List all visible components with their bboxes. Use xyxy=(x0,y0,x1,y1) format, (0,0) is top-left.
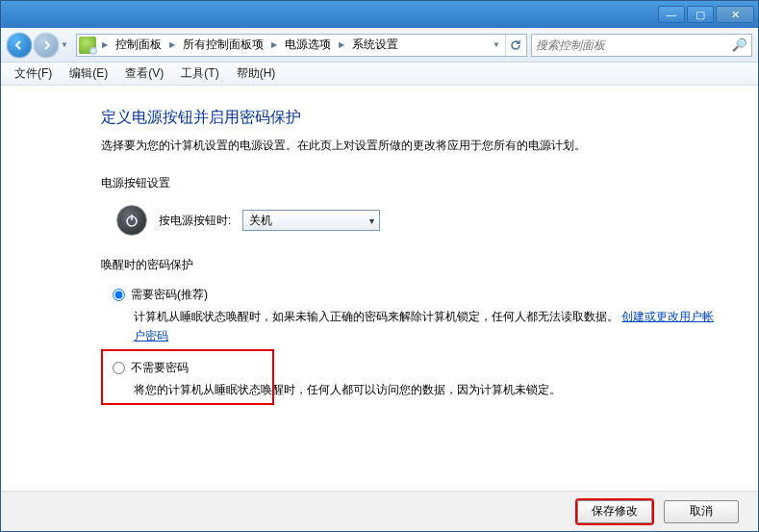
refresh-button[interactable] xyxy=(505,35,524,56)
chevron-right-icon: ▶ xyxy=(167,40,177,49)
no-password-radio[interactable] xyxy=(113,362,125,374)
chevron-right-icon: ▶ xyxy=(337,40,346,49)
require-password-label: 需要密码(推荐) xyxy=(131,287,208,303)
page-description: 选择要为您的计算机设置的电源设置。在此页上对设置所做的更改将应用于您所有的电源计… xyxy=(101,138,720,154)
menu-help[interactable]: 帮助(H) xyxy=(229,63,284,84)
no-password-label: 不需要密码 xyxy=(131,360,189,376)
breadcrumb-item[interactable]: 系统设置 xyxy=(348,37,402,53)
power-button-row: 按电源按钮时: 关机 xyxy=(101,205,720,236)
nav-arrows: ▼ xyxy=(7,33,72,58)
control-panel-icon xyxy=(79,37,96,54)
page-title: 定义电源按钮并启用密码保护 xyxy=(101,108,720,128)
chevron-right-icon: ▶ xyxy=(269,40,279,49)
content: 定义电源按钮并启用密码保护 选择要为您的计算机设置的电源设置。在此页上对设置所做… xyxy=(1,87,758,491)
close-button[interactable]: ✕ xyxy=(716,6,754,23)
search-box[interactable]: 🔍 xyxy=(531,34,752,57)
maximize-button[interactable]: ▢ xyxy=(687,6,714,23)
titlebar: — ▢ ✕ xyxy=(1,1,758,28)
power-button-label: 按电源按钮时: xyxy=(159,213,231,229)
power-button-value: 关机 xyxy=(249,213,272,229)
address-bar[interactable]: ▶ 控制面板 ▶ 所有控制面板项 ▶ 电源选项 ▶ 系统设置 ▼ xyxy=(76,34,527,57)
menubar: 文件(F) 编辑(E) 查看(V) 工具(T) 帮助(H) xyxy=(1,63,758,86)
window: — ▢ ✕ ▼ ▶ 控制面板 ▶ 所有控制面板项 ▶ 电源选项 ▶ 系统设置 xyxy=(0,0,759,532)
back-button[interactable] xyxy=(7,33,32,58)
window-controls: — ▢ ✕ xyxy=(658,6,754,23)
breadcrumb-item[interactable]: 控制面板 xyxy=(112,37,165,53)
search-icon[interactable]: 🔍 xyxy=(732,38,747,52)
power-button-section-label: 电源按钮设置 xyxy=(101,175,720,191)
menu-edit[interactable]: 编辑(E) xyxy=(62,63,115,84)
breadcrumb-item[interactable]: 电源选项 xyxy=(281,37,335,53)
power-icon xyxy=(116,205,147,236)
footer: 保存修改 取消 xyxy=(1,491,758,531)
require-password-radio[interactable] xyxy=(113,289,125,301)
option-require-password: 需要密码(推荐) 计算机从睡眠状态唤醒时，如果未输入正确的密码来解除计算机锁定，… xyxy=(101,287,720,346)
nav-history-dropdown[interactable]: ▼ xyxy=(61,40,72,49)
menu-view[interactable]: 查看(V) xyxy=(117,63,171,84)
address-dropdown[interactable]: ▼ xyxy=(490,40,503,49)
navbar: ▼ ▶ 控制面板 ▶ 所有控制面板项 ▶ 电源选项 ▶ 系统设置 ▼ 🔍 xyxy=(1,28,758,63)
menu-file[interactable]: 文件(F) xyxy=(7,63,60,84)
save-button[interactable]: 保存修改 xyxy=(577,500,652,523)
password-section-label: 唤醒时的密码保护 xyxy=(101,257,720,273)
no-password-desc: 将您的计算机从睡眠状态唤醒时，任何人都可以访问您的数据，因为计算机未锁定。 xyxy=(134,383,561,396)
breadcrumb-item[interactable]: 所有控制面板项 xyxy=(179,37,267,53)
chevron-right-icon: ▶ xyxy=(100,40,110,49)
minimize-button[interactable]: — xyxy=(658,6,685,23)
cancel-button[interactable]: 取消 xyxy=(664,500,739,523)
require-password-desc: 计算机从睡眠状态唤醒时，如果未输入正确的密码来解除计算机锁定，任何人都无法读取数… xyxy=(134,310,619,323)
menu-tools[interactable]: 工具(T) xyxy=(173,63,226,84)
titlebar-caption xyxy=(9,8,12,21)
power-button-select[interactable]: 关机 xyxy=(242,210,380,231)
search-input[interactable] xyxy=(536,38,732,52)
forward-button[interactable] xyxy=(34,33,59,58)
option-no-password: 不需要密码 将您的计算机从睡眠状态唤醒时，任何人都可以访问您的数据，因为计算机未… xyxy=(101,360,720,399)
